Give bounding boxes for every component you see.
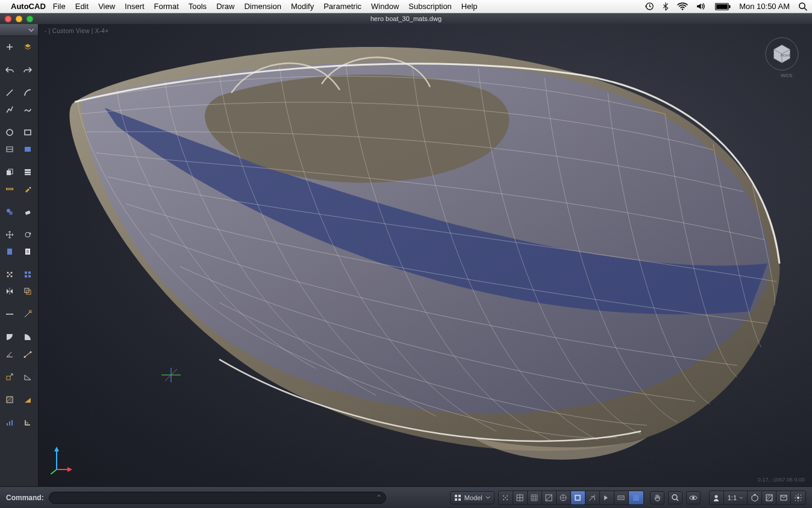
pan-icon[interactable] <box>650 491 664 504</box>
slopeline-icon[interactable] <box>20 347 35 361</box>
layers-icon[interactable] <box>20 40 35 54</box>
eraser-icon[interactable] <box>20 205 35 219</box>
svg-text:RIGHT: RIGHT <box>781 54 791 57</box>
corner-icon[interactable] <box>20 415 35 430</box>
dynucs-icon[interactable] <box>600 491 614 504</box>
menu-format[interactable]: Format <box>154 2 179 11</box>
svg-point-7 <box>7 129 13 135</box>
viewcube-mode[interactable]: WCS <box>778 72 795 79</box>
zoom-window-icon[interactable] <box>27 16 33 22</box>
ucs-icon[interactable] <box>51 445 72 474</box>
grid4-icon[interactable] <box>20 267 35 282</box>
wedge-icon[interactable] <box>20 370 35 384</box>
tool-palette-menu[interactable] <box>0 24 38 36</box>
menu-help[interactable]: Help <box>461 2 478 11</box>
stack-icon[interactable] <box>20 165 35 179</box>
menu-parametric[interactable]: Parametric <box>323 2 361 11</box>
undo-icon[interactable] <box>2 63 17 77</box>
lineweight-icon[interactable] <box>629 491 643 504</box>
sheet2-icon[interactable] <box>20 244 35 259</box>
osnap-icon[interactable] <box>571 491 586 504</box>
menu-draw[interactable]: Draw <box>216 2 234 11</box>
quarter2-icon[interactable] <box>20 330 35 344</box>
boxarrow-icon[interactable] <box>2 370 17 384</box>
rotate-icon[interactable] <box>20 228 35 242</box>
sheet-icon[interactable] <box>2 244 17 259</box>
menu-view[interactable]: View <box>98 2 115 11</box>
timemachine-icon[interactable] <box>645 2 654 11</box>
menu-subscription[interactable]: Subscription <box>408 2 452 11</box>
mirror-icon[interactable] <box>2 284 17 299</box>
arc-icon[interactable] <box>20 85 35 100</box>
pline-icon[interactable] <box>2 102 17 117</box>
rect2-icon[interactable] <box>2 142 17 156</box>
svg-rect-14 <box>25 169 31 171</box>
iso-icon[interactable] <box>748 491 762 504</box>
svg-marker-53 <box>67 467 72 472</box>
group-icon[interactable] <box>2 205 17 219</box>
offset-icon[interactable] <box>20 284 35 299</box>
wedge2-icon[interactable] <box>20 392 35 407</box>
menu-edit[interactable]: Edit <box>75 2 89 11</box>
wifi-icon[interactable] <box>677 2 688 10</box>
menu-window[interactable]: Window <box>371 2 399 11</box>
grid-snap-icon[interactable] <box>499 491 513 504</box>
grid-minor-icon[interactable] <box>528 491 542 504</box>
gradangle-icon[interactable] <box>2 347 17 361</box>
spotlight-icon[interactable] <box>798 2 807 11</box>
person-icon[interactable] <box>710 491 724 504</box>
app-name[interactable]: AutoCAD <box>11 2 46 11</box>
model-space-button[interactable]: Model <box>450 491 495 504</box>
model-space-label: Model <box>464 494 483 501</box>
menu-modify[interactable]: Modify <box>291 2 314 11</box>
svg-point-35 <box>6 314 7 315</box>
hatch-icon[interactable] <box>2 392 17 407</box>
command-label: Command: <box>6 494 44 502</box>
otrack-icon[interactable] <box>586 491 600 504</box>
minimize-window-icon[interactable] <box>16 16 22 22</box>
rectfill-icon[interactable] <box>20 142 35 156</box>
gather-icon[interactable] <box>2 267 17 282</box>
command-input[interactable]: ⌃ <box>49 492 386 504</box>
line-icon[interactable] <box>2 85 17 100</box>
chart-icon[interactable] <box>2 415 17 430</box>
svg-point-76 <box>797 497 799 499</box>
volume-icon[interactable] <box>696 2 707 10</box>
copy-icon[interactable] <box>2 165 17 179</box>
svg-point-39 <box>30 352 31 353</box>
grid-display-icon[interactable] <box>513 491 528 504</box>
hatch2-icon[interactable] <box>762 491 776 504</box>
brush-icon[interactable] <box>20 182 35 196</box>
menu-insert[interactable]: Insert <box>125 2 145 11</box>
measure-icon[interactable] <box>2 182 17 196</box>
circle-icon[interactable] <box>2 125 17 140</box>
settings-icon[interactable] <box>791 491 805 504</box>
hline-icon[interactable] <box>2 307 17 321</box>
spline-icon[interactable] <box>20 102 35 117</box>
snap-icon[interactable] <box>20 307 35 321</box>
grid-major-icon[interactable] <box>542 491 557 504</box>
mail-icon[interactable] <box>776 491 791 504</box>
bluetooth-icon[interactable] <box>663 2 669 11</box>
menubar-clock[interactable]: Mon 10:50 AM <box>739 2 790 11</box>
polar-icon[interactable] <box>557 491 571 504</box>
redo-icon[interactable] <box>20 63 35 77</box>
close-window-icon[interactable] <box>5 16 11 22</box>
scale-icon[interactable]: 1:1 <box>724 491 748 504</box>
viewcube[interactable]: RIGHT <box>764 35 800 71</box>
battery-icon[interactable] <box>715 3 731 10</box>
dyninput-icon[interactable] <box>614 491 629 504</box>
rect-icon[interactable] <box>20 125 35 140</box>
svg-rect-40 <box>7 376 10 380</box>
zoom-icon[interactable] <box>668 491 682 504</box>
menu-dimension[interactable]: Dimension <box>244 2 281 11</box>
svg-rect-11 <box>25 147 31 152</box>
drawing-viewport[interactable]: - | Custom View | X-4+ <box>39 24 812 486</box>
orbit-icon[interactable] <box>686 491 701 504</box>
menu-tools[interactable]: Tools <box>189 2 207 11</box>
menu-file[interactable]: File <box>53 2 66 11</box>
quarter-icon[interactable] <box>2 330 17 344</box>
move-icon[interactable] <box>2 228 17 242</box>
command-history-icon[interactable]: ⌃ <box>376 494 382 502</box>
plus-icon[interactable] <box>2 40 17 54</box>
